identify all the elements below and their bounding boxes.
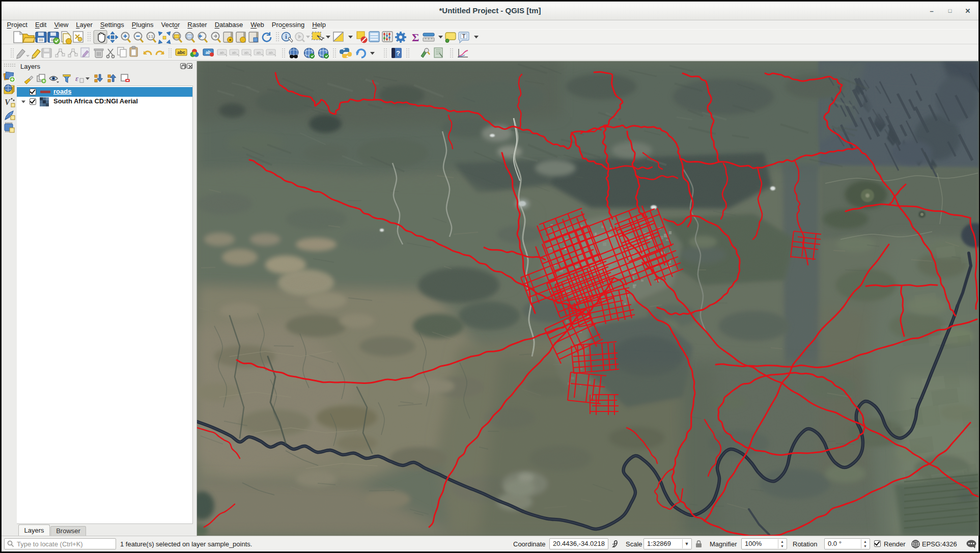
svg-text:ε: ε [75, 74, 78, 82]
svg-text:Σ: Σ [412, 31, 419, 44]
svg-text:ab: ab [232, 50, 236, 55]
svg-text:?: ? [396, 49, 400, 57]
svg-text:V: V [5, 98, 11, 106]
svg-text:ab: ab [269, 50, 273, 55]
svg-text:ab: ab [244, 50, 248, 55]
svg-text:1:1: 1:1 [148, 35, 153, 38]
svg-text:abc: abc [177, 50, 185, 55]
svg-text:T: T [462, 34, 465, 39]
svg-text:ab: ab [220, 50, 224, 55]
svg-text:★: ★ [228, 38, 232, 42]
svg-text:ab: ab [257, 50, 261, 55]
